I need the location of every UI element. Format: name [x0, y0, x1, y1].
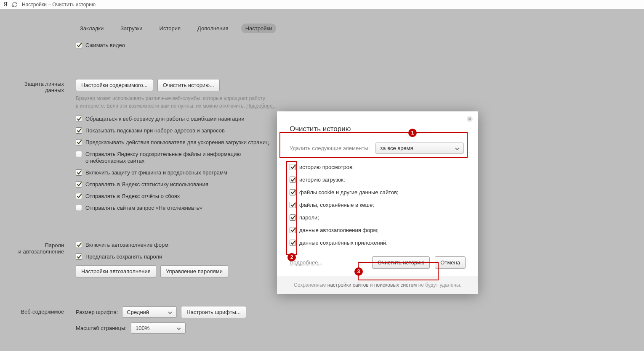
page-title: Настройки – Очистить историю: [22, 2, 96, 8]
zoom-label: Масштаб страницы:: [76, 325, 127, 331]
checkbox-clear-apps[interactable]: [290, 240, 296, 246]
label-crash: Отправлять в Яндекс отчёты о сбоях: [85, 193, 180, 200]
privacy-desc-line-1: Браузер может использовать различные веб…: [76, 95, 396, 102]
section-label-web-content: Веб-содержимое: [0, 309, 64, 315]
content-settings-button[interactable]: Настройки содержимого...: [76, 79, 153, 91]
section-label-privacy-1: Защита личных: [0, 81, 64, 87]
modal-title: Очистить историю: [290, 125, 466, 133]
clear-history-dialog: Очистить историю Удалить следующие элеме…: [277, 111, 478, 294]
checkbox-send-suspicious[interactable]: [76, 151, 82, 157]
label-clear-downloads: историю загрузок;: [299, 177, 345, 183]
section-label-privacy-2: данных: [0, 87, 64, 93]
checkbox-phishing[interactable]: [76, 169, 82, 176]
checkbox-dnt[interactable]: [76, 205, 82, 211]
chevron-down-icon: [455, 145, 459, 151]
privacy-desc-line-2: в интернете. Если эти возможности вам не…: [76, 103, 246, 109]
time-period-select[interactable]: за все время: [375, 143, 464, 154]
section-label-passwords-2: и автозаполнение: [0, 248, 64, 255]
checkbox-predict[interactable]: [76, 139, 82, 145]
privacy-desc-more-link[interactable]: Подробнее...: [246, 103, 277, 109]
modal-footer-note: Сохраненные настройки сайтов и поисковых…: [277, 276, 478, 294]
cancel-button[interactable]: Отмена: [435, 256, 466, 269]
chevron-down-icon: [168, 309, 172, 315]
label-clear-autofill: данные автозаполнения форм;: [299, 227, 378, 234]
tab-history[interactable]: История: [155, 24, 185, 33]
label-suggest: Показывать подсказки при наборе адресов …: [85, 127, 225, 134]
label-phishing: Включить защиту от фишинга и вредоносных…: [85, 169, 227, 176]
label-predict: Предсказывать действия пользователя для …: [85, 139, 269, 146]
label-dnt: Отправлять сайтам запрос «Не отслеживать…: [85, 205, 202, 211]
label-compress-video: Сжимать видео: [85, 42, 125, 49]
label-clear-browsing: историю просмотров;: [299, 164, 354, 171]
checkbox-clear-cache[interactable]: [290, 202, 296, 208]
yandex-logo: Я: [3, 1, 8, 8]
configure-fonts-button[interactable]: Настроить шрифты...: [181, 306, 246, 318]
label-clear-cache: файлы, сохранённые в кеше;: [299, 202, 374, 208]
reload-icon[interactable]: [12, 2, 18, 8]
checkbox-clear-autofill[interactable]: [290, 227, 296, 233]
time-period-value: за все время: [380, 145, 413, 151]
settings-nav-tabs: Закладки Загрузки История Дополнения Нас…: [76, 24, 276, 33]
tab-downloads[interactable]: Загрузки: [116, 24, 146, 33]
tab-settings[interactable]: Настройки: [241, 24, 277, 33]
label-clear-passwords: пароли;: [299, 214, 319, 221]
checkbox-suggest[interactable]: [76, 127, 82, 134]
checkbox-nav-errors[interactable]: [76, 116, 82, 122]
label-send-suspicious: Отправлять Яндексу подозрительные файлы …: [85, 151, 241, 164]
browser-chrome-bar: Я Настройки – Очистить историю: [0, 0, 644, 9]
tab-bookmarks[interactable]: Закладки: [76, 24, 108, 33]
checkbox-clear-passwords[interactable]: [290, 214, 296, 221]
checkbox-clear-cookies[interactable]: [290, 189, 296, 195]
zoom-select[interactable]: 100%: [131, 322, 186, 334]
checkbox-compress-video[interactable]: [76, 42, 82, 48]
zoom-value: 100%: [136, 325, 149, 331]
clear-history-button[interactable]: Очистить историю...: [157, 79, 220, 91]
checkbox-autofill[interactable]: [76, 242, 82, 248]
checkbox-clear-browsing[interactable]: [290, 164, 296, 170]
label-nav-errors: Обращаться к веб-сервису для работы с ош…: [85, 116, 245, 122]
label-clear-apps: данные сохранённых приложений.: [299, 240, 388, 246]
label-save-passwords: Предлагать сохранять пароли: [85, 253, 162, 260]
label-autofill: Включить автозаполнение форм: [85, 242, 168, 248]
checkbox-crash[interactable]: [76, 193, 82, 199]
font-size-select[interactable]: Средний: [122, 306, 177, 318]
tab-addons[interactable]: Дополнения: [193, 24, 233, 33]
checkbox-clear-downloads[interactable]: [290, 177, 296, 183]
label-stats: Отправлять в Яндекс статистику использов…: [85, 181, 208, 188]
autofill-settings-button[interactable]: Настройки автозаполнения: [76, 265, 156, 277]
manage-passwords-button[interactable]: Управление паролями: [160, 265, 228, 277]
more-details-link[interactable]: Подробнее...: [290, 259, 322, 266]
confirm-clear-history-button[interactable]: Очистить историю: [372, 256, 430, 269]
font-size-value: Средний: [127, 309, 149, 315]
font-size-label: Размер шрифта:: [76, 309, 118, 315]
chevron-down-icon: [177, 325, 181, 331]
close-icon[interactable]: [466, 116, 474, 123]
section-label-passwords-1: Пароли: [0, 242, 64, 248]
label-clear-cookies: файлы cookie и другие данные сайтов;: [299, 189, 399, 196]
delete-elements-label: Удалить следующие элементы:: [290, 145, 370, 151]
checkbox-save-passwords[interactable]: [76, 253, 82, 260]
checkbox-stats[interactable]: [76, 181, 82, 187]
